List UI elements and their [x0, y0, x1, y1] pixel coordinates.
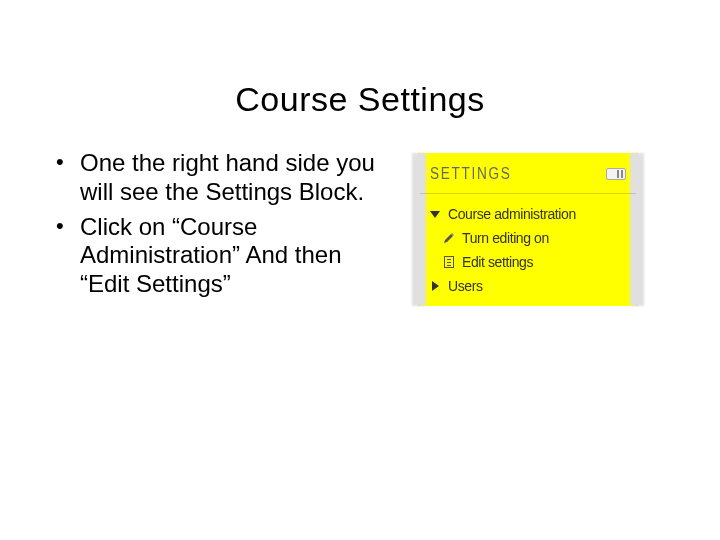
- bullet-item: One the right hand side you will see the…: [48, 149, 388, 207]
- settings-item-label: Users: [448, 278, 483, 294]
- slide: Course Settings One the right hand side …: [0, 0, 720, 540]
- settings-item-edit-settings[interactable]: Edit settings: [428, 250, 630, 274]
- settings-item-turn-editing-on[interactable]: Turn editing on: [428, 226, 630, 250]
- collapse-toggle-icon[interactable]: [606, 168, 626, 180]
- slide-title: Course Settings: [0, 80, 720, 119]
- settings-block-title: SETTINGS: [430, 165, 512, 183]
- settings-item-users[interactable]: Users: [428, 274, 630, 298]
- settings-block: SETTINGS Course administration Turn ed: [418, 153, 638, 306]
- list-icon: [442, 255, 456, 269]
- pencil-icon: [442, 231, 456, 245]
- triangle-right-icon: [428, 279, 442, 293]
- settings-item-label: Turn editing on: [462, 230, 549, 246]
- settings-item-course-admin[interactable]: Course administration: [428, 202, 630, 226]
- settings-item-label: Course administration: [448, 206, 576, 222]
- settings-block-body: Course administration Turn editing on Ed…: [420, 194, 636, 306]
- content-row: One the right hand side you will see the…: [0, 149, 720, 306]
- settings-item-label: Edit settings: [462, 254, 533, 270]
- settings-block-header: SETTINGS: [420, 153, 636, 194]
- bullet-list: One the right hand side you will see the…: [48, 149, 388, 305]
- bullet-item: Click on “Course Administration” And the…: [48, 213, 388, 299]
- triangle-down-icon: [428, 207, 442, 221]
